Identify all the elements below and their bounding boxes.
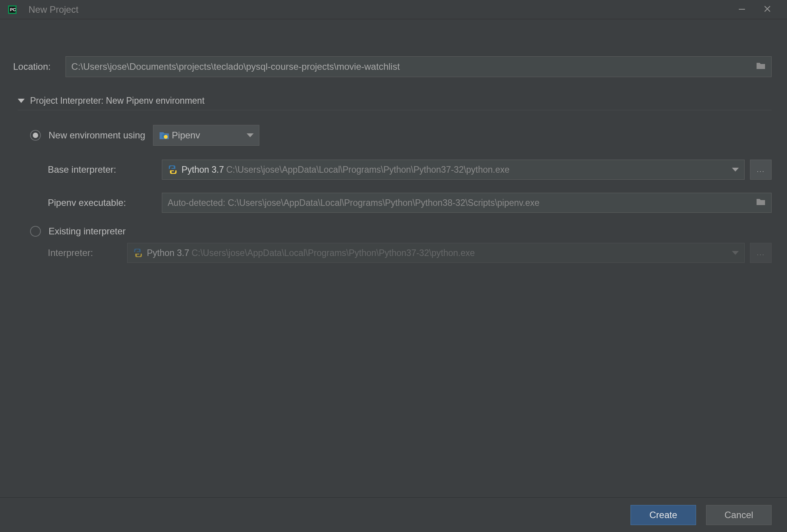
chevron-down-icon bbox=[18, 99, 25, 103]
pipenv-executable-placeholder: Auto-detected: C:\Users\jose\AppData\Loc… bbox=[168, 198, 752, 208]
environment-tool-value: Pipenv bbox=[172, 130, 240, 141]
python-icon bbox=[168, 165, 178, 175]
base-interpreter-row: Base interpreter: Python 3.7 C:\Users\jo… bbox=[48, 160, 772, 180]
location-label: Location: bbox=[12, 61, 66, 72]
dialog-footer: Create Cancel bbox=[0, 497, 787, 532]
location-row: Location: bbox=[12, 56, 772, 77]
window-title: New Project bbox=[29, 4, 736, 15]
chevron-down-icon bbox=[247, 133, 254, 137]
chevron-down-icon bbox=[732, 251, 739, 255]
svg-rect-3 bbox=[739, 9, 745, 10]
titlebar: PC New Project bbox=[0, 0, 787, 19]
pipenv-executable-label: Pipenv executable: bbox=[48, 197, 162, 208]
existing-interpreter-value: Python 3.7 bbox=[147, 248, 189, 258]
cancel-button[interactable]: Cancel bbox=[706, 505, 772, 525]
base-interpreter-label: Base interpreter: bbox=[48, 164, 162, 175]
dialog-content: Location: Project Interpreter: New Pipen… bbox=[0, 19, 787, 263]
new-environment-label: New environment using bbox=[49, 130, 145, 141]
new-env-fields: Base interpreter: Python 3.7 C:\Users\jo… bbox=[17, 160, 772, 213]
pycharm-app-icon: PC bbox=[8, 5, 17, 14]
new-environment-radio[interactable] bbox=[30, 130, 41, 141]
pipenv-executable-input[interactable]: Auto-detected: C:\Users\jose\AppData\Loc… bbox=[162, 193, 772, 213]
create-button[interactable]: Create bbox=[631, 505, 696, 525]
close-button[interactable] bbox=[762, 4, 773, 15]
python-icon bbox=[133, 248, 143, 258]
existing-interpreter-label: Existing interpreter bbox=[49, 226, 126, 237]
base-interpreter-browse-button[interactable]: ... bbox=[750, 160, 772, 180]
existing-interpreter-path: C:\Users\jose\AppData\Local\Programs\Pyt… bbox=[192, 248, 725, 258]
existing-interpreter-select: Python 3.7 C:\Users\jose\AppData\Local\P… bbox=[127, 243, 745, 263]
base-interpreter-value: Python 3.7 bbox=[182, 165, 224, 175]
pipenv-icon bbox=[159, 131, 170, 140]
new-environment-row: New environment using Pipenv bbox=[17, 125, 772, 146]
chevron-down-icon bbox=[732, 168, 739, 172]
minimize-button[interactable] bbox=[736, 4, 748, 15]
existing-interpreter-field-row: Interpreter: Python 3.7 C:\Users\jose\Ap… bbox=[17, 243, 772, 263]
folder-icon[interactable] bbox=[756, 197, 766, 208]
base-interpreter-select[interactable]: Python 3.7 C:\Users\jose\AppData\Local\P… bbox=[162, 160, 745, 180]
location-input-wrap bbox=[66, 56, 772, 77]
svg-point-5 bbox=[164, 135, 168, 139]
interpreter-label: Interpreter: bbox=[48, 247, 127, 258]
interpreter-section-header[interactable]: Project Interpreter: New Pipenv environm… bbox=[18, 96, 772, 110]
svg-text:PC: PC bbox=[10, 7, 16, 12]
existing-interpreter-row: Existing interpreter bbox=[17, 226, 772, 237]
base-interpreter-path: C:\Users\jose\AppData\Local\Programs\Pyt… bbox=[226, 165, 725, 175]
pipenv-executable-row: Pipenv executable: Auto-detected: C:\Use… bbox=[48, 193, 772, 213]
folder-icon[interactable] bbox=[756, 61, 766, 72]
existing-interpreter-radio[interactable] bbox=[30, 226, 41, 237]
interpreter-section-title: Project Interpreter: New Pipenv environm… bbox=[30, 96, 205, 106]
existing-interpreter-browse-button: ... bbox=[750, 243, 772, 263]
environment-tool-select[interactable]: Pipenv bbox=[153, 125, 259, 146]
window-controls bbox=[736, 4, 783, 15]
interpreter-section-body: New environment using Pipenv Base interp… bbox=[12, 110, 772, 263]
location-input[interactable] bbox=[71, 61, 756, 72]
